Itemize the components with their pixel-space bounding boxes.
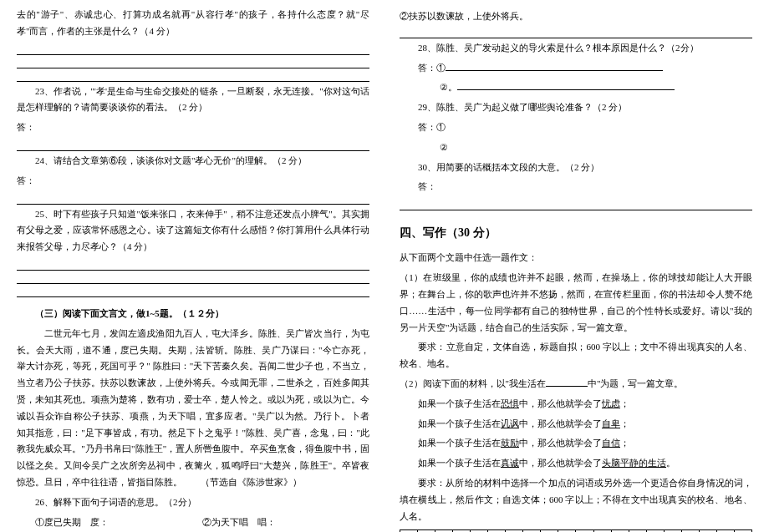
classical-passage: 二世元年七月，发闾左適戍渔阳九百人，屯大泽乡。陈胜、吴广皆次当行，为屯长。会天大… <box>17 326 369 491</box>
w2-line4: 如果一个孩子生活在真诚中，那么他就学会了头脑平静的生活。 <box>400 455 752 472</box>
answer-blank <box>400 27 752 38</box>
w2-l-end: ； <box>620 418 629 428</box>
w2-l-pre: 如果一个孩子生活在 <box>418 398 501 408</box>
answer-blank <box>400 199 752 210</box>
w2-l-mid: 中，那么他就学会了 <box>519 458 602 468</box>
w2-l-end: ； <box>620 438 629 448</box>
q24: 24、请结合文章第⑥段，谈谈你对文题"孝心无价"的理解。（2 分） <box>17 153 369 170</box>
w2-l-pre: 如果一个孩子生活在 <box>418 458 501 468</box>
writing-prompt-1: （1）在班级里，你的成绩也许并不起眼，然而，在操场上，你的球技却能让人大开眼界；… <box>400 270 752 336</box>
q28: 28、陈胜、吴广发动起义的导火索是什么？根本原因是什么？（2分） <box>400 40 752 57</box>
answer-blank <box>17 193 369 205</box>
right-column: ②扶苏以数谏故，上使外将兵。 28、陈胜、吴广发动起义的导火索是什么？根本原因是… <box>384 7 752 525</box>
q29-a1: 答：① <box>418 119 752 136</box>
w2-l-pre: 如果一个孩子生活在 <box>418 418 501 428</box>
w2-intro-b: 中"为题，写一篇文章。 <box>588 378 684 388</box>
q26-1: ①度已失期 度： <box>35 514 202 531</box>
answer-blank <box>17 43 369 55</box>
answer-inline-blank <box>446 61 663 71</box>
answer-blank <box>17 139 369 151</box>
answer-blank <box>17 57 369 68</box>
w2-l-mid: 中，那么他就学会了 <box>519 438 602 448</box>
answer-blank <box>17 259 369 271</box>
w2-l-key2: 自信 <box>602 438 620 448</box>
w2-l-key2: 头脑平静的生活 <box>602 458 666 468</box>
left-column: 去的"游子"、赤诚忠心、打算功成名就再"从容行孝"的孩子，各持什么态度？就"尽孝… <box>17 7 384 525</box>
w2-line3: 如果一个孩子生活在鼓励中，那么他就学会了自信； <box>400 435 752 452</box>
q27-2: ②扶苏以数谏故，上使外将兵。 <box>400 8 752 25</box>
section-4-title: 四、写作（30 分） <box>400 222 752 243</box>
q30: 30、用简要的话概括本文段的大意。（2 分） <box>400 160 752 176</box>
sec4-intro: 从下面两个文题中任选一题作文： <box>400 250 752 266</box>
w2-l-key2: 忧虑 <box>602 398 620 408</box>
q28-a2: ②。 <box>440 79 752 96</box>
w2-intro-a: （2）阅读下面的材料，以"我生活在 <box>400 378 546 388</box>
w2-l-key1: 讥讽 <box>501 418 519 428</box>
q29-a2: ② <box>440 139 752 156</box>
answer-label: 答： <box>17 173 369 190</box>
q26: 26、解释下面句子词语的意思。（2分） <box>17 494 369 511</box>
w2-l-end: 。 <box>666 458 675 468</box>
answer-blank <box>17 272 369 284</box>
fill-blank <box>546 377 588 387</box>
w2-l-pre: 如果一个孩子生活在 <box>418 438 501 448</box>
q29: 29、陈胜、吴广为起义做了哪些舆论准备？（2 分） <box>400 99 752 116</box>
answer-blank <box>17 70 369 82</box>
q28-a2-label: ②。 <box>440 82 457 92</box>
writing-req-1: 要求：立意自定，文体自选，标题自拟；600 字以上；文中不得出现真实的人名、校名… <box>400 339 752 372</box>
w2-l-key1: 真诚 <box>501 458 519 468</box>
w2-l-key1: 鼓励 <box>501 438 519 448</box>
writing-req-2: 要求：从所给的材料中选择一个加点的词语或另外选一个更适合你自身情况的词，填在横线… <box>400 475 752 524</box>
w2-line1: 如果一个孩子生活在恐惧中，那么他就学会了忧虑； <box>400 396 752 413</box>
w2-l-key2: 自卑 <box>602 418 620 428</box>
w2-l-end: ； <box>620 398 629 408</box>
q25: 25、时下有些孩子只知道"饭来张口，衣来伸手"，稍不注意还发点小脾气"。其实拥有… <box>17 206 369 256</box>
q26-2: ②为天下唱 唱： <box>202 514 369 531</box>
answer-blank <box>17 286 369 297</box>
section-3-title: （三）阅读下面文言文，做1~5题。（１２分） <box>17 306 369 322</box>
w2-l-mid: 中，那么他就学会了 <box>519 418 602 428</box>
w2-line2: 如果一个孩子生活在讥讽中，那么他就学会了自卑； <box>400 416 752 433</box>
w2-l-mid: 中，那么他就学会了 <box>519 398 602 408</box>
writing-prompt-2: （2）阅读下面的材料，以"我生活在中"为题，写一篇文章。 <box>400 376 752 393</box>
q26-row1: ①度已失期 度： ②为天下唱 唱： <box>35 514 369 531</box>
q23: 23、作者说，"'孝'是生命与生命交接处的链条，一旦断裂，永无连接。"你对这句话… <box>17 84 369 117</box>
q30-ans: 答： <box>418 179 752 195</box>
w2-l-key1: 恐惧 <box>501 398 519 408</box>
q-intro-continued: 去的"游子"、赤诚忠心、打算功成名就再"从容行孝"的孩子，各持什么态度？就"尽孝… <box>17 7 369 40</box>
answer-label: 答： <box>17 119 369 136</box>
answer-inline-blank <box>457 80 675 90</box>
q28-a1-label: 答：① <box>418 63 446 73</box>
q28-a1: 答：① <box>418 60 752 77</box>
